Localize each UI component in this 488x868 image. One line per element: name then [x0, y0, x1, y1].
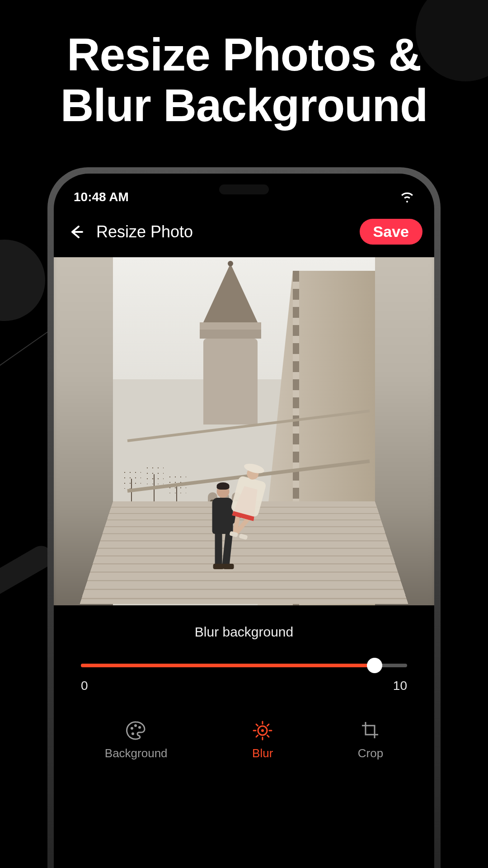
- device-notch: [219, 184, 269, 194]
- wifi-icon: [400, 192, 414, 203]
- status-time: 10:48 AM: [74, 190, 129, 204]
- svg-point-5: [261, 729, 264, 732]
- svg-point-2: [138, 726, 141, 729]
- blur-control-label: Blur background: [81, 624, 407, 640]
- tab-blur[interactable]: Blur: [251, 719, 274, 760]
- svg-line-11: [267, 736, 269, 737]
- app-header: Resize Photo Save: [54, 209, 434, 249]
- slider-min-label: 0: [81, 679, 88, 693]
- blur-icon: [251, 719, 274, 742]
- svg-line-13: [256, 736, 258, 737]
- photo-preview[interactable]: [54, 257, 434, 605]
- palette-icon: [125, 719, 147, 742]
- device-frame: 10:48 AM Resize Photo Save: [47, 167, 441, 868]
- tab-background[interactable]: Background: [105, 719, 168, 760]
- svg-point-0: [131, 727, 133, 730]
- svg-point-3: [131, 732, 134, 735]
- slider-max-label: 10: [393, 679, 407, 693]
- back-button[interactable]: [66, 222, 86, 242]
- svg-point-1: [134, 724, 137, 727]
- tab-label: Background: [105, 746, 168, 760]
- svg-line-12: [267, 724, 269, 726]
- tab-label: Crop: [358, 746, 383, 760]
- svg-line-10: [256, 724, 258, 726]
- promo-headline-line2: Blur Background: [9, 80, 479, 131]
- promo-headline: Resize Photos & Blur Background: [0, 0, 488, 131]
- tab-label: Blur: [252, 746, 273, 760]
- crop-icon: [359, 719, 382, 742]
- bottom-tabs: Background: [54, 719, 434, 760]
- blur-slider[interactable]: [81, 659, 407, 672]
- tab-crop[interactable]: Crop: [358, 719, 383, 760]
- preview-foreground-image: [113, 257, 375, 605]
- promo-headline-line1: Resize Photos &: [9, 29, 479, 80]
- screen-title: Resize Photo: [96, 222, 350, 241]
- save-button[interactable]: Save: [360, 219, 422, 245]
